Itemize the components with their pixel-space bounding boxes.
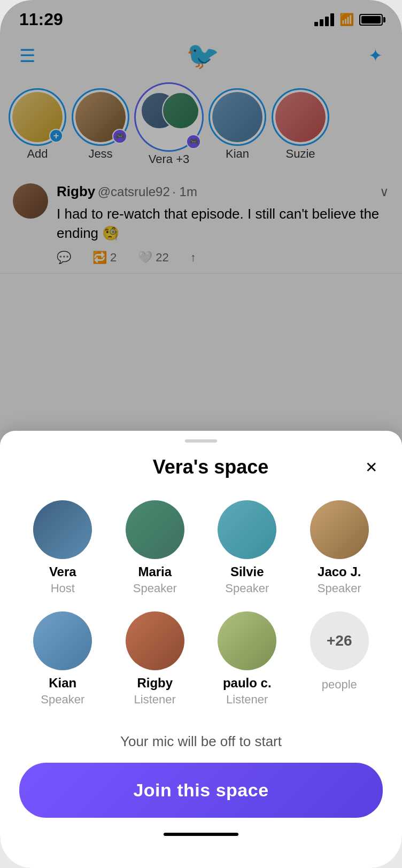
participant-maria-name: Maria	[138, 564, 172, 579]
participant-vera: Vera Host	[19, 500, 106, 595]
more-participants-label: people	[322, 678, 357, 692]
status-bar: 11:29 📶	[0, 0, 402, 35]
more-participants-avatar: +26	[310, 611, 369, 670]
story-item-suzie[interactable]: Suzie	[274, 90, 327, 161]
home-indicator	[164, 833, 238, 836]
participant-maria-role: Speaker	[133, 582, 177, 595]
tweet-time: · 1m	[172, 184, 197, 199]
participant-paulo-role: Listener	[226, 693, 268, 707]
menu-icon[interactable]: ☰	[19, 45, 36, 66]
phone-frame: 11:29 📶 ☰ 🐦 ✦	[0, 0, 402, 868]
tweet-area: Rigby @catsrule92 · 1m ∨ I had to re-wat…	[0, 175, 402, 274]
sparkle-icon[interactable]: ✦	[368, 45, 383, 66]
wifi-icon: 📶	[339, 13, 354, 27]
participant-kian-avatar	[33, 611, 92, 670]
battery-icon	[359, 14, 383, 26]
participant-vera-avatar	[33, 500, 92, 559]
story-add-label: Add	[27, 147, 48, 161]
vera-controller-icon: 🎮	[186, 134, 201, 149]
tweet-header: Rigby @catsrule92 · 1m ∨	[57, 183, 389, 200]
story-item-add[interactable]: + Add	[11, 90, 64, 161]
retweet-action[interactable]: 🔁 2	[92, 251, 117, 265]
participant-jaco-name: Jaco J.	[318, 564, 361, 579]
story-jess-label: Jess	[88, 147, 112, 161]
participant-kian: Kian Speaker	[19, 611, 106, 707]
tweet-actions: 💬 🔁 2 🤍 22 ↑	[57, 251, 389, 265]
like-count: 22	[156, 251, 168, 265]
participants-grid: Vera Host Maria Speaker Silvie Speaker J…	[19, 500, 383, 707]
reply-action[interactable]: 💬	[57, 251, 71, 265]
status-icons: 📶	[314, 13, 383, 27]
top-nav: ☰ 🐦 ✦	[0, 35, 402, 80]
participant-paulo: paulo c. Listener	[204, 611, 291, 707]
participant-silvie-name: Silvie	[230, 564, 264, 579]
retweet-icon: 🔁	[92, 251, 107, 265]
space-modal: Vera's space ✕ Vera Host Maria Speaker S…	[0, 431, 402, 868]
story-item-jess[interactable]: 🎮 Jess	[74, 90, 127, 161]
close-button[interactable]: ✕	[359, 455, 383, 479]
join-space-button[interactable]: Join this space	[19, 763, 383, 818]
participant-rigby-role: Listener	[134, 693, 176, 707]
tweet-text: I had to re-watch that episode. I still …	[57, 204, 389, 243]
participant-vera-role: Host	[51, 582, 75, 595]
twitter-logo: 🐦	[186, 40, 219, 71]
share-icon: ↑	[190, 251, 196, 265]
story-item-vera[interactable]: 🎮 Vera +3	[137, 85, 201, 166]
participant-more: +26 people	[296, 611, 383, 707]
tweet-handle: @catsrule92	[98, 184, 170, 199]
participant-kian-name: Kian	[49, 676, 76, 691]
mic-notice: Your mic will be off to start	[19, 733, 383, 750]
participant-silvie: Silvie Speaker	[204, 500, 291, 595]
participant-jaco-avatar	[310, 500, 369, 559]
like-action[interactable]: 🤍 22	[138, 251, 168, 265]
story-vera-label: Vera +3	[149, 152, 189, 166]
tweet-content: Rigby @catsrule92 · 1m ∨ I had to re-wat…	[57, 183, 389, 265]
like-icon: 🤍	[138, 251, 152, 265]
participant-vera-name: Vera	[49, 564, 76, 579]
signal-icon	[314, 13, 334, 26]
add-story-btn[interactable]: +	[49, 129, 63, 143]
participant-paulo-name: paulo c.	[223, 676, 272, 691]
tweet-author-avatar	[13, 183, 48, 219]
participant-rigby: Rigby Listener	[112, 611, 199, 707]
share-action[interactable]: ↑	[190, 251, 196, 265]
participant-rigby-name: Rigby	[137, 676, 173, 691]
sheet-header: Vera's space ✕	[19, 455, 383, 479]
stories-row: + Add 🎮 Jess	[0, 80, 402, 175]
participant-silvie-avatar	[218, 500, 276, 559]
tweet-chevron-icon[interactable]: ∨	[380, 184, 389, 199]
participant-silvie-role: Speaker	[225, 582, 269, 595]
sheet-handle	[185, 439, 217, 443]
space-title: Vera's space	[62, 456, 359, 478]
participant-jaco-role: Speaker	[318, 582, 361, 595]
story-kian-label: Kian	[226, 147, 249, 161]
status-time: 11:29	[19, 10, 63, 29]
story-suzie-label: Suzie	[285, 147, 315, 161]
story-item-kian[interactable]: Kian	[211, 90, 264, 161]
participant-rigby-avatar	[126, 611, 184, 670]
retweet-count: 2	[110, 251, 117, 265]
participant-maria: Maria Speaker	[112, 500, 199, 595]
jess-controller-icon: 🎮	[112, 129, 127, 144]
reply-icon: 💬	[57, 251, 71, 265]
participant-paulo-avatar	[218, 611, 276, 670]
participant-maria-avatar	[126, 500, 184, 559]
participant-kian-role: Speaker	[41, 693, 84, 707]
tweet-author-name: Rigby	[57, 183, 95, 199]
participant-jaco: Jaco J. Speaker	[296, 500, 383, 595]
